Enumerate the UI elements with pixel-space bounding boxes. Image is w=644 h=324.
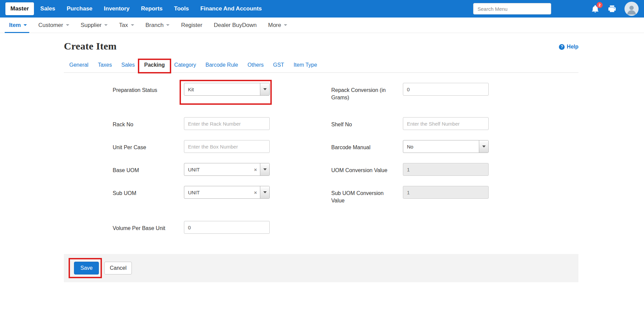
help-link[interactable]: ? Help	[559, 44, 578, 50]
main-menu: Master Sales Purchase Inventory Reports …	[5, 2, 267, 15]
subnav-item-item[interactable]: Item	[3, 18, 33, 33]
chevron-down-icon	[284, 24, 287, 26]
nav-item-master[interactable]: Master	[5, 2, 34, 15]
chevron-down-icon	[482, 145, 486, 148]
sub-uom-value: UNIT	[184, 186, 251, 198]
user-icon	[626, 4, 638, 16]
help-icon: ?	[559, 44, 565, 50]
page-header: Create Item ? Help	[64, 33, 578, 52]
subnav-item-supplier[interactable]: Supplier	[75, 18, 113, 33]
item-tabs: General Taxes Sales Packing Category Bar…	[64, 59, 578, 73]
subnav-item-tax[interactable]: Tax	[113, 18, 140, 33]
dropdown-button[interactable]	[479, 140, 488, 153]
nav-item-inventory[interactable]: Inventory	[99, 2, 135, 15]
sub-uom-conversion-label: Sub UOM Conversion Value	[331, 186, 403, 204]
barcode-manual-label: Barcode Manual	[331, 140, 403, 153]
tab-barcode-rule[interactable]: Barcode Rule	[201, 59, 243, 72]
nav-item-purchase[interactable]: Purchase	[62, 2, 98, 15]
form-actions-bar: Save Cancel	[64, 254, 578, 282]
cancel-button[interactable]: Cancel	[104, 262, 132, 274]
save-button[interactable]: Save	[74, 262, 99, 274]
subnav-item-customer[interactable]: Customer	[33, 18, 75, 33]
tab-others[interactable]: Others	[243, 59, 268, 72]
subnav-item-label: Supplier	[81, 22, 102, 29]
chevron-down-icon	[263, 168, 267, 170]
subnav-item-label: Customer	[38, 22, 63, 29]
subnav-item-register[interactable]: Register	[175, 18, 208, 33]
chevron-down-icon	[104, 24, 108, 26]
tab-packing[interactable]: Packing	[140, 59, 169, 72]
chevron-down-icon	[24, 24, 27, 26]
base-uom-select[interactable]: UNIT ×	[184, 163, 270, 176]
sub-uom-conversion-input	[403, 186, 489, 199]
subnav-item-label: Dealer BuyDown	[214, 22, 257, 29]
clear-icon[interactable]: ×	[251, 163, 260, 175]
repack-conversion-input[interactable]	[403, 83, 489, 96]
shelf-no-label: Shelf No	[331, 117, 403, 130]
notifications-button[interactable]: 2	[591, 4, 600, 13]
subnav-item-dealer-buydown[interactable]: Dealer BuyDown	[208, 18, 263, 33]
subnav-item-label: More	[268, 22, 281, 29]
chevron-down-icon	[263, 88, 267, 90]
subnav-item-label: Register	[181, 22, 202, 29]
nav-item-tools[interactable]: Tools	[169, 2, 194, 15]
barcode-manual-value: No	[403, 140, 479, 153]
subnav-item-label: Item	[9, 22, 21, 29]
chevron-down-icon	[263, 191, 267, 193]
printer-icon	[608, 4, 616, 13]
chevron-down-icon	[131, 24, 134, 26]
chevron-down-icon	[166, 24, 169, 26]
top-navigation: Master Sales Purchase Inventory Reports …	[0, 0, 644, 18]
search-input[interactable]	[473, 3, 551, 14]
base-uom-value: UNIT	[184, 163, 251, 175]
notification-badge: 2	[597, 2, 603, 8]
nav-item-finance-and-accounts[interactable]: Finance And Accounts	[195, 2, 267, 15]
chevron-down-icon	[66, 24, 69, 26]
tab-sales[interactable]: Sales	[117, 59, 140, 72]
tab-taxes[interactable]: Taxes	[93, 59, 117, 72]
sub-uom-label: Sub UOM	[113, 186, 184, 204]
tab-general[interactable]: General	[65, 59, 93, 72]
subnav-item-more[interactable]: More	[262, 18, 293, 33]
tab-gst[interactable]: GST	[268, 59, 289, 72]
preparation-status-label: Preparation Status	[113, 83, 184, 101]
page-title: Create Item	[64, 40, 117, 52]
subnav-item-label: Tax	[119, 22, 128, 29]
rack-no-input[interactable]	[184, 117, 270, 130]
unit-per-case-label: Unit Per Case	[113, 140, 184, 153]
user-avatar[interactable]	[624, 2, 639, 16]
master-subnav: Item Customer Supplier Tax Branch Regist…	[0, 18, 644, 33]
repack-conversion-label: Repack Conversion (in Grams)	[331, 83, 403, 101]
volume-per-base-unit-label: Volume Per Base Unit	[113, 221, 184, 234]
nav-item-reports[interactable]: Reports	[136, 2, 167, 15]
base-uom-label: Base UOM	[113, 163, 184, 176]
preparation-status-select[interactable]: Kit	[184, 83, 270, 96]
dropdown-button[interactable]	[260, 163, 269, 175]
print-button[interactable]	[608, 4, 616, 13]
top-nav-right: 2	[473, 2, 639, 16]
unit-per-case-input[interactable]	[184, 140, 270, 153]
packing-form: Preparation Status Kit Repack Conversion…	[64, 83, 578, 234]
clear-icon[interactable]: ×	[251, 186, 260, 198]
subnav-item-branch[interactable]: Branch	[140, 18, 176, 33]
tab-category[interactable]: Category	[169, 59, 201, 72]
uom-conversion-label: UOM Conversion Value	[331, 163, 403, 176]
volume-per-base-unit-input[interactable]	[184, 221, 270, 234]
help-label: Help	[567, 44, 578, 50]
create-item-page: Create Item ? Help General Taxes Sales P…	[64, 33, 578, 282]
dropdown-button[interactable]	[260, 83, 269, 95]
sub-uom-select[interactable]: UNIT ×	[184, 186, 270, 199]
preparation-status-value: Kit	[184, 83, 260, 95]
subnav-item-label: Branch	[146, 22, 164, 29]
tab-item-type[interactable]: Item Type	[289, 59, 322, 72]
uom-conversion-input	[403, 163, 489, 176]
rack-no-label: Rack No	[113, 117, 184, 130]
nav-item-sales[interactable]: Sales	[35, 2, 60, 15]
shelf-no-input[interactable]	[403, 117, 489, 130]
barcode-manual-select[interactable]: No	[403, 140, 489, 153]
dropdown-button[interactable]	[260, 186, 269, 198]
